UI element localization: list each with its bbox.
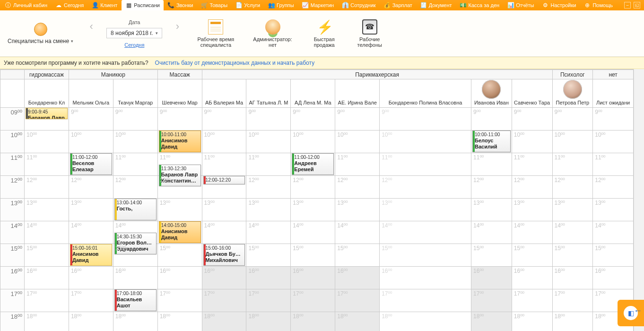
time-slot[interactable]: 1500 (246, 244, 291, 267)
time-slot[interactable]: 900 (69, 108, 113, 131)
time-slot[interactable]: 1400 (380, 221, 471, 244)
time-slot[interactable]: 900 (380, 108, 471, 131)
time-slot[interactable]: 1800 (157, 312, 202, 331)
time-slot[interactable]: 1600 (113, 267, 157, 289)
time-slot[interactable]: 1500 (335, 244, 380, 267)
phones-button[interactable]: Рабочие телефоны (352, 12, 388, 54)
staff-header[interactable]: АЕ. Ирина Вале (335, 79, 380, 108)
time-slot[interactable]: 1500 (291, 244, 335, 267)
appointment[interactable]: 11:00-12:00Веселов Елеазар (70, 153, 112, 175)
staff-header[interactable]: АД Лена М. Ма (291, 79, 335, 108)
time-slot[interactable]: 110011:30-12:30Баранов Лавр Константин… (157, 153, 202, 176)
time-slot[interactable]: 1000 (380, 131, 471, 153)
time-slot[interactable]: 1600 (202, 267, 246, 289)
time-slot[interactable]: 1500 (471, 244, 512, 267)
time-slot[interactable]: 1400 (246, 221, 291, 244)
time-slot[interactable]: 1500 (593, 244, 634, 267)
time-slot[interactable]: 1200 (113, 176, 157, 199)
time-slot[interactable]: 1600 (471, 267, 512, 289)
time-slot[interactable]: 900 (512, 108, 552, 131)
time-slot[interactable]: 1300 (593, 199, 634, 221)
time-slot[interactable]: 1200 (291, 176, 335, 199)
appointment[interactable]: 13:00-14:00Гость, (114, 199, 157, 220)
time-slot[interactable]: 1100 (202, 153, 246, 176)
time-slot[interactable]: 1200 (157, 176, 202, 199)
staff-header[interactable]: Бондаренко Кл (25, 79, 69, 108)
time-slot[interactable]: 170017:00-18:00Васильев Ашот (113, 289, 157, 312)
time-slot[interactable]: 1800 (113, 312, 157, 331)
time-slot[interactable]: 1400 (552, 221, 593, 244)
time-slot[interactable]: 150015:00-16:01Анисимов Давид (69, 244, 113, 267)
ribbon-tab-3[interactable]: ▦Расписани (122, 0, 164, 10)
time-slot[interactable]: 1800 (471, 312, 512, 331)
time-slot[interactable]: 1700 (69, 289, 113, 312)
appointment[interactable]: 14:00-15:00Анисимов Давид (159, 221, 201, 243)
ribbon-tab-14[interactable]: ⚙Настройки (539, 0, 580, 10)
time-slot[interactable]: 1800 (25, 312, 69, 331)
time-slot[interactable]: 1000 (512, 131, 552, 153)
time-slot[interactable]: 900 (157, 108, 202, 131)
time-slot[interactable]: 1600 (552, 267, 593, 289)
time-slot[interactable]: 1200 (380, 176, 471, 199)
time-slot[interactable]: 1000 (113, 131, 157, 153)
staff-header[interactable]: Лист ожидани (593, 79, 634, 108)
ribbon-tab-7[interactable]: 👥Группы (264, 0, 298, 10)
next-date-button[interactable]: › (172, 12, 183, 41)
time-slot[interactable]: 1800 (380, 312, 471, 331)
time-slot[interactable]: 1700 (552, 289, 593, 312)
time-slot[interactable]: 1600 (69, 267, 113, 289)
time-slot[interactable]: 1000 (25, 131, 69, 153)
staff-header[interactable]: Ткачук Маргар (113, 79, 157, 108)
ribbon-tab-12[interactable]: 💵Касса за ден (456, 0, 504, 10)
time-slot[interactable]: 1500 (552, 244, 593, 267)
time-slot[interactable]: 1300 (291, 199, 335, 221)
time-slot[interactable]: 1600 (512, 267, 552, 289)
time-slot[interactable]: 1700 (246, 289, 291, 312)
date-picker[interactable]: 8 ноября 2018 г. (106, 28, 162, 38)
time-slot[interactable]: 1700 (512, 289, 552, 312)
appointment[interactable]: 10:00-11:00Белоус Василий (472, 131, 511, 152)
time-slot[interactable]: 1500 (25, 244, 69, 267)
time-slot[interactable]: 1200 (246, 176, 291, 199)
time-slot[interactable]: 1600 (25, 267, 69, 289)
time-slot[interactable]: 100010:00-11:00Анисимов Давид (157, 131, 202, 153)
time-slot[interactable]: 900 (202, 108, 246, 131)
time-slot[interactable]: 1400 (593, 221, 634, 244)
schedule-grid[interactable]: гидромассажМаникюрМассажПарикмахерскаяПс… (0, 69, 634, 331)
staff-header[interactable]: АБ Валерия Ма (202, 79, 246, 108)
time-slot[interactable]: 110011:00-12:00Андреев Еремей (291, 153, 335, 176)
time-slot[interactable]: 150015:00-16:00Дьячков Бу… Михайлович ⌄ (202, 244, 246, 267)
time-slot[interactable]: 1800 (246, 312, 291, 331)
ribbon-tab-5[interactable]: 🛒Товары (197, 0, 231, 10)
ribbon-tab-11[interactable]: 🧾Документ (417, 0, 456, 10)
time-slot[interactable]: 1600 (157, 267, 202, 289)
time-slot[interactable]: 1300 (69, 199, 113, 221)
appointment[interactable]: 15:00-16:00Дьячков Бу… Михайлович ⌄ (203, 244, 245, 266)
staff-header[interactable]: АГ Татьяна Л. М (246, 79, 291, 108)
ribbon-tab-0[interactable]: ⓘЛичный кабин (1, 0, 51, 10)
time-slot[interactable]: 1100 (512, 153, 552, 176)
work-time-button[interactable]: Рабочее время специалиста (192, 12, 239, 54)
time-slot[interactable]: 1400 (202, 221, 246, 244)
time-slot[interactable]: 1800 (202, 312, 246, 331)
time-slot[interactable]: 120012:00-12:20 (202, 176, 246, 199)
minimize-icon[interactable]: – (624, 2, 631, 9)
appointment[interactable]: 10:00-11:00Анисимов Давид (159, 131, 201, 152)
time-slot[interactable]: 1300 (380, 199, 471, 221)
time-slot[interactable]: 1200 (335, 176, 380, 199)
time-slot[interactable]: 1500 (380, 244, 471, 267)
time-slot[interactable]: 1100 (552, 153, 593, 176)
ribbon-tab-10[interactable]: 💰Зарплат (380, 0, 416, 10)
time-slot[interactable]: 1200 (471, 176, 512, 199)
time-slot[interactable]: 1800 (512, 312, 552, 331)
time-slot[interactable]: 1100 (246, 153, 291, 176)
time-slot[interactable]: 1700 (25, 289, 69, 312)
time-slot[interactable]: 1500 (113, 244, 157, 267)
time-slot[interactable]: 1000 (593, 131, 634, 153)
time-slot[interactable]: 1000 (202, 131, 246, 153)
admin-button[interactable]: Администратор: нет (248, 12, 296, 54)
time-slot[interactable]: 900 (552, 108, 593, 131)
time-slot[interactable]: 1200 (69, 176, 113, 199)
time-slot[interactable]: 1600 (593, 267, 634, 289)
time-slot[interactable]: 110011:00-12:00Веселов Елеазар (69, 153, 113, 176)
